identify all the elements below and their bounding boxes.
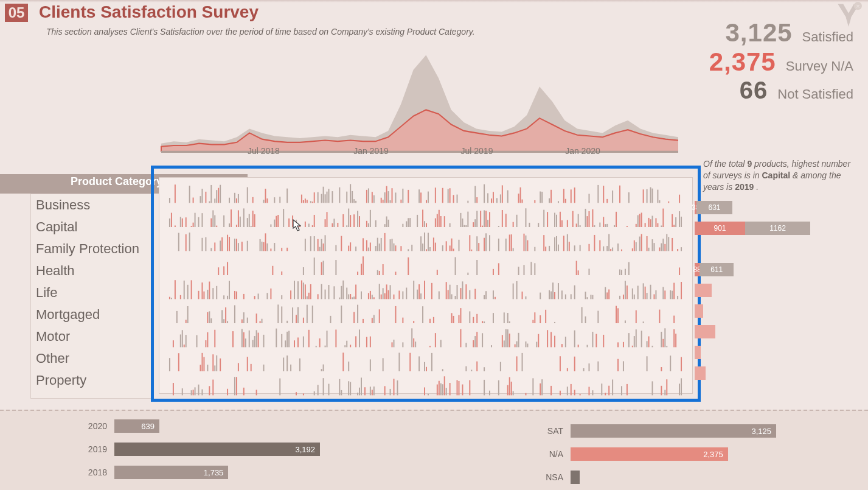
svg-rect-642	[392, 343, 393, 348]
svg-rect-172	[402, 223, 403, 227]
svg-rect-154	[327, 212, 328, 227]
svg-rect-299	[400, 246, 401, 251]
category-item[interactable]: Capital	[31, 216, 151, 238]
svg-rect-741	[617, 359, 619, 372]
svg-rect-479	[448, 290, 449, 299]
svg-rect-252	[205, 237, 206, 251]
category-bar-row[interactable]	[695, 242, 816, 256]
svg-rect-276	[318, 239, 319, 251]
svg-rect-527	[662, 287, 664, 299]
svg-rect-440	[310, 284, 311, 299]
category-bar-row[interactable]: 9011162	[695, 222, 816, 235]
svg-rect-104	[643, 189, 644, 203]
category-bar-row[interactable]	[695, 304, 816, 318]
svg-rect-48	[366, 190, 367, 203]
svg-rect-495	[522, 292, 523, 299]
svg-rect-345	[599, 240, 600, 251]
svg-rect-678	[592, 332, 593, 347]
svg-rect-35	[318, 192, 319, 203]
svg-rect-113	[171, 212, 172, 227]
category-item[interactable]: Mortgaged	[31, 304, 151, 326]
svg-rect-313	[451, 239, 453, 251]
svg-rect-14	[218, 188, 219, 203]
category-item[interactable]: Business	[31, 194, 151, 216]
svg-rect-241	[661, 225, 662, 227]
svg-rect-147	[297, 224, 299, 227]
category-bar-row[interactable]: 88611	[695, 263, 816, 276]
svg-rect-786	[439, 381, 440, 396]
svg-rect-293	[381, 238, 382, 251]
svg-rect-651	[460, 329, 461, 348]
category-bar-row[interactable]: 38631	[695, 201, 816, 214]
svg-rect-174	[408, 218, 409, 227]
svg-rect-776	[370, 387, 371, 396]
svg-rect-67	[435, 187, 436, 203]
svg-rect-684	[632, 346, 633, 348]
svg-rect-8	[201, 189, 203, 203]
year-bar-row[interactable]: 2020639	[73, 418, 341, 434]
svg-rect-660	[505, 329, 507, 347]
category-bar-row[interactable]	[695, 346, 816, 359]
svg-rect-459	[373, 298, 375, 299]
svg-rect-581	[482, 321, 483, 323]
svg-rect-383	[363, 256, 364, 275]
svg-rect-584	[504, 312, 505, 323]
svg-rect-784	[428, 394, 429, 396]
sat-bar-row[interactable]: NSA	[529, 469, 821, 485]
year-bar-row[interactable]: 20193,192	[73, 441, 341, 457]
svg-rect-236	[648, 217, 650, 226]
svg-rect-477	[439, 292, 440, 299]
svg-rect-763	[303, 394, 304, 396]
satisfaction-bar-chart[interactable]: SAT3,125N/A2,375NSA	[529, 423, 821, 490]
kpi-panel: 3,125 Satisfied 2,375 Survey N/A 66 Not …	[695, 18, 853, 104]
svg-rect-29	[303, 200, 304, 203]
category-bar-row[interactable]	[695, 284, 816, 297]
svg-rect-596	[617, 308, 619, 323]
svg-rect-79	[493, 192, 494, 203]
category-item[interactable]: Family Protection	[31, 238, 151, 260]
axis-tick: Jan 2019	[353, 146, 389, 156]
category-bar-row[interactable]	[695, 366, 816, 380]
svg-rect-85	[520, 187, 521, 203]
svg-rect-28	[301, 195, 302, 203]
svg-rect-662	[509, 334, 510, 347]
year-bar-chart[interactable]: 202063920193,19220181,735	[73, 418, 341, 488]
svg-rect-157	[337, 223, 338, 227]
svg-rect-491	[493, 290, 494, 299]
svg-rect-311	[446, 241, 447, 251]
svg-rect-661	[507, 329, 509, 347]
category-item[interactable]: Other	[31, 348, 151, 369]
svg-rect-398	[534, 263, 535, 275]
svg-rect-649	[435, 333, 436, 347]
svg-rect-138	[254, 214, 255, 227]
svg-rect-32	[310, 201, 311, 203]
category-bar-row[interactable]	[695, 325, 816, 338]
svg-rect-388	[408, 257, 409, 275]
svg-rect-314	[453, 249, 454, 251]
year-bar-row[interactable]: 20181,735	[73, 464, 341, 480]
spark-detail-panel-highlighted[interactable]	[151, 166, 701, 402]
category-item[interactable]: Property	[31, 369, 151, 398]
category-item[interactable]: Motor	[31, 326, 151, 348]
category-item[interactable]: Life	[31, 282, 151, 304]
svg-rect-305	[426, 250, 427, 251]
svg-rect-712	[286, 355, 288, 371]
svg-rect-820	[627, 384, 628, 395]
timeline-area-chart[interactable]	[155, 49, 684, 158]
svg-rect-624	[286, 332, 288, 347]
svg-rect-211	[556, 214, 557, 227]
sat-bar-row[interactable]: SAT3,125	[529, 423, 821, 439]
svg-rect-780	[390, 389, 391, 395]
category-item[interactable]: Health	[31, 260, 151, 282]
svg-rect-136	[251, 226, 252, 227]
svg-rect-591	[554, 322, 555, 323]
page-subtitle: This section analyses Client's Satisfact…	[46, 27, 475, 37]
narr-frag: Of the total	[703, 159, 747, 169]
sat-bar-row[interactable]: N/A2,375	[529, 446, 821, 462]
svg-rect-105	[647, 189, 648, 203]
svg-rect-777	[372, 390, 373, 396]
svg-rect-533	[681, 282, 682, 299]
svg-rect-674	[565, 337, 566, 348]
svg-rect-329	[525, 236, 526, 251]
svg-rect-133	[243, 208, 245, 227]
